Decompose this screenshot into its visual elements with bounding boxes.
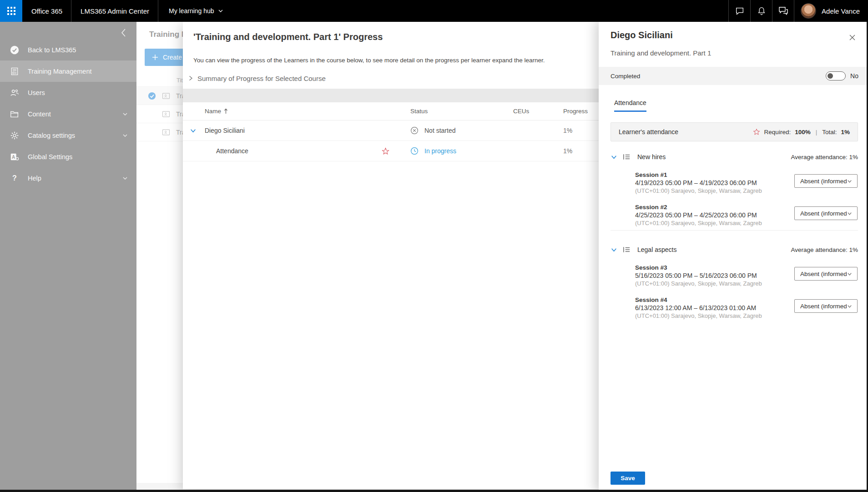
session-timezone: (UTC+01:00) Sarajevo, Skopje, Warsaw, Za…: [635, 219, 858, 227]
session-list-icon: [623, 246, 632, 253]
learning-hub-menu[interactable]: My learning hub: [159, 0, 232, 22]
learner-name: Diego Siciliani: [203, 127, 374, 134]
group-divider: [611, 230, 858, 231]
value-separator: |: [815, 129, 818, 136]
required-star-icon: [753, 128, 760, 136]
progress-column-header[interactable]: Progress: [563, 108, 588, 115]
tab-attendance[interactable]: Attendance: [614, 99, 646, 112]
name-column-header[interactable]: Name: [203, 108, 374, 115]
user-name: Adele Vance: [822, 7, 860, 15]
learner-attendance-summary: Learner's attendance Required: 100% | To…: [611, 122, 858, 141]
notifications-button[interactable]: [750, 0, 772, 22]
total-value: 1%: [841, 129, 850, 136]
chevron-down-icon: [218, 8, 223, 14]
learning-hub-label: My learning hub: [169, 7, 214, 15]
toggle-knob: [828, 73, 833, 79]
close-icon: [849, 34, 856, 41]
learner-panel-title: Diego Siciliani: [611, 29, 858, 41]
lms365-admin-screen: Office 365 LMS365 Admin Center My learni…: [0, 0, 868, 492]
table-toolbar: [183, 89, 599, 102]
completed-value: No: [850, 72, 858, 80]
learner-row[interactable]: Diego Siciliani Not started 1%: [183, 120, 599, 141]
attendance-label: Learner's attendance: [619, 128, 753, 136]
course-progress-dialog: 'Training and development. Part 1' Progr…: [183, 22, 599, 489]
session-group-header: New hires Average attendance: 1%: [611, 152, 858, 161]
chevron-down-icon: [847, 271, 853, 277]
attendance-status-dropdown[interactable]: Absent (informed): [794, 206, 858, 220]
attendance-status-dropdown[interactable]: Absent (informed): [794, 174, 858, 188]
dialog-title: 'Training and development. Part 1' Progr…: [193, 31, 599, 43]
table-header-row: Name Status CEUs Progress: [183, 102, 599, 120]
session-timezone: (UTC+01:00) Sarajevo, Skopje, Warsaw, Za…: [635, 187, 858, 195]
top-app-bar: Office 365 LMS365 Admin Center My learni…: [0, 0, 868, 22]
session-list-icon: [623, 153, 632, 161]
admin-center-link[interactable]: LMS365 Admin Center: [72, 0, 158, 22]
app-launcher-button[interactable]: [0, 0, 22, 22]
completed-toggle[interactable]: [826, 71, 846, 80]
save-button[interactable]: Save: [611, 472, 645, 485]
activity-status: In progress: [397, 147, 513, 155]
topbar-spacer: [232, 0, 728, 22]
chevron-down-icon: [847, 211, 853, 216]
chevron-down-icon: [611, 246, 617, 253]
session-item: Session #1 4/19/2023 05:00 PM – 4/19/202…: [635, 171, 858, 196]
close-panel-button[interactable]: [847, 32, 858, 43]
collapse-learner-button[interactable]: [183, 127, 203, 134]
group-name: Legal aspects: [637, 246, 791, 253]
circle-x-icon: [410, 126, 419, 135]
session-item: Session #4 6/13/2023 12:00 AM – 6/13/202…: [635, 296, 858, 321]
feedback-button[interactable]: [772, 0, 794, 22]
office-365-link[interactable]: Office 365: [23, 0, 71, 22]
session-timezone: (UTC+01:00) Sarajevo, Skopje, Warsaw, Za…: [635, 280, 858, 287]
activity-row[interactable]: Attendance In progress 1%: [183, 141, 599, 161]
user-avatar: [801, 3, 816, 19]
chevron-right-icon: [188, 75, 193, 81]
ceus-column-header[interactable]: CEUs: [513, 108, 563, 115]
required-star-icon: [382, 147, 389, 155]
group-average: Average attendance: 1%: [791, 246, 858, 253]
learner-progress: 1%: [563, 127, 587, 134]
chat-icon: [735, 6, 745, 16]
required-value: 100%: [795, 129, 811, 136]
waffle-icon: [7, 7, 15, 15]
sort-ascending-icon: [224, 108, 228, 114]
group-average: Average attendance: 1%: [791, 154, 858, 161]
activity-progress: 1%: [563, 147, 587, 155]
user-account-menu[interactable]: Adele Vance: [794, 0, 868, 22]
session-group-header: Legal aspects Average attendance: 1%: [611, 245, 858, 254]
group-name: New hires: [637, 153, 791, 161]
chat-button[interactable]: [728, 0, 750, 22]
session-timezone: (UTC+01:00) Sarajevo, Skopje, Warsaw, Za…: [635, 312, 858, 320]
collapse-group-button[interactable]: [611, 246, 619, 253]
summary-expander-label: Summary of Progress for Selected Course: [197, 75, 326, 82]
learner-details-panel: Diego Siciliani Training and development…: [599, 22, 867, 492]
collapse-group-button[interactable]: [611, 154, 619, 161]
required-label: Required:: [764, 129, 791, 136]
total-label: Total:: [822, 129, 837, 136]
attendance-status-dropdown[interactable]: Absent (informed): [794, 299, 858, 313]
learner-status: Not started: [397, 126, 513, 135]
clock-icon: [410, 147, 419, 155]
status-column-header[interactable]: Status: [397, 108, 513, 115]
bell-icon: [757, 6, 767, 16]
activity-name: Attendance: [203, 147, 374, 155]
completed-row: Completed No: [599, 67, 867, 85]
chevron-down-icon: [190, 127, 197, 134]
chevron-down-icon: [847, 303, 853, 309]
panel-tabs: Attendance: [614, 99, 867, 112]
course-name: Training and development. Part 1: [611, 49, 858, 57]
completed-label: Completed: [611, 73, 826, 80]
attendance-status-dropdown[interactable]: Absent (informed): [794, 267, 858, 281]
chevron-down-icon: [611, 154, 617, 161]
summary-expander[interactable]: Summary of Progress for Selected Course: [188, 74, 599, 82]
chevron-down-icon: [847, 178, 853, 184]
session-item: Session #3 5/16/2023 05:00 PM – 5/16/202…: [635, 264, 858, 288]
session-item: Session #2 4/25/2023 05:00 PM – 4/25/202…: [635, 203, 858, 228]
dialog-description: You can view the progress of the Learner…: [193, 57, 599, 64]
feedback-icon: [778, 5, 789, 16]
window-bottom-edge: [0, 490, 868, 492]
